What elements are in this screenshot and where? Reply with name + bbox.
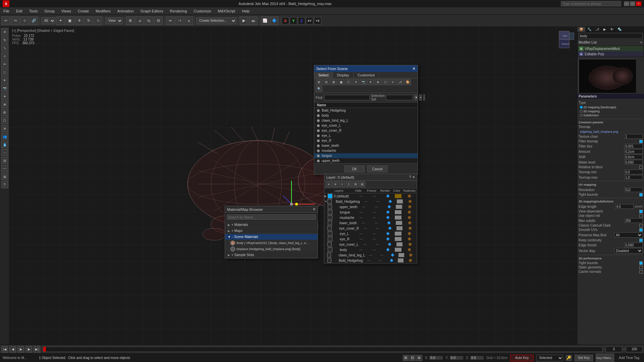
type-2d[interactable]: 2D mapping (landscape) (580, 106, 641, 109)
lt-move[interactable]: ✛ (1, 28, 8, 36)
undo-button[interactable]: ↩ (1, 16, 10, 25)
set-key-button[interactable]: Set Key (575, 355, 593, 361)
dt-color[interactable]: 🎨 (404, 79, 411, 85)
lt-xref[interactable]: ⊞ (1, 173, 8, 180)
smooth-uvs-check[interactable] (639, 228, 643, 232)
edge-length-input[interactable] (615, 204, 634, 209)
next-frame-btn[interactable]: ▶ (25, 346, 32, 353)
select-obj-button[interactable]: ✦ (56, 16, 65, 25)
menu-graph-editors[interactable]: Graph Editors (137, 7, 167, 14)
percent-snap-button[interactable]: % (145, 16, 153, 25)
texmap-max-input[interactable] (624, 175, 643, 180)
texmap-min-input[interactable] (624, 170, 643, 174)
axis-yz-button[interactable]: YZ (314, 17, 321, 24)
max-frame[interactable]: 100 (626, 346, 643, 352)
sel-set-btn[interactable]: ▼ (414, 95, 418, 101)
menu-file[interactable]: File (0, 7, 13, 14)
dt-none[interactable]: ⊟ (323, 79, 330, 85)
layer-move-btn[interactable]: ⇧ (346, 181, 352, 187)
scale-button[interactable]: ⤡ (94, 16, 102, 25)
align-button[interactable]: ⊣ (175, 16, 184, 25)
menu-group[interactable]: Group (41, 7, 58, 14)
list-item-body[interactable]: body (314, 113, 418, 118)
move-button[interactable]: ✛ (75, 16, 84, 25)
rotate-button[interactable]: ↻ (84, 16, 93, 25)
classic-cm-check[interactable] (639, 224, 643, 227)
current-frame[interactable]: 0 (605, 346, 622, 352)
play-btn[interactable]: ▶ (17, 346, 24, 353)
dt-lights[interactable]: ☀ (353, 79, 359, 85)
selected-dropdown[interactable]: Selected (536, 355, 563, 361)
layer-check-default[interactable] (328, 194, 332, 198)
menu-create[interactable]: Create (74, 7, 92, 14)
lt-scale[interactable]: ⤡ (1, 44, 8, 52)
timeline-slider[interactable] (43, 347, 603, 352)
preserve-map-select[interactable]: All (614, 232, 643, 238)
mat-close-btn[interactable]: ✕ (313, 207, 316, 212)
menu-views[interactable]: Views (58, 7, 74, 14)
hierarchy-tab[interactable]: ⎇ (593, 27, 601, 32)
layer-row-mustache[interactable]: ▷ mustache — — 🔷 🔆 (324, 215, 417, 220)
filter-texmap-check[interactable] (639, 140, 643, 143)
water-level-input[interactable] (624, 160, 643, 165)
mirror-button[interactable]: ⇔ (166, 16, 174, 25)
motion-tab[interactable]: ▶ (601, 27, 608, 32)
amount-input[interactable] (624, 149, 643, 154)
utilities-tab[interactable]: 🔩 (615, 27, 624, 32)
layer-row-upper-teeth[interactable]: ▷ upper_teeth — — 🔷 🔆 (324, 204, 417, 209)
layer-settings-btn[interactable]: ⚙ (353, 181, 359, 187)
maximize-button[interactable]: □ (630, 1, 635, 6)
ortho-toggle[interactable]: ⊟ (410, 355, 416, 361)
lt-fluid[interactable]: 💧 (1, 141, 8, 148)
display-tab[interactable]: 👁 (608, 27, 615, 32)
lt-paint[interactable]: ✏ (1, 60, 8, 68)
add-time-tag-btn[interactable]: Add Time Tag (617, 356, 641, 360)
tight-bounds2-check[interactable] (639, 261, 643, 265)
lt-lights[interactable]: ☀ (1, 76, 8, 84)
cat-materials[interactable]: ▶ + Materials (225, 222, 318, 228)
list-item-lower-teeth[interactable]: lower_teeth (314, 143, 418, 148)
layer-close-btn[interactable]: ✕ (412, 175, 415, 179)
spinner-snap-button[interactable]: ⊟ (154, 16, 163, 25)
goto-end-btn[interactable]: ▶| (34, 346, 40, 353)
layer-check-bald[interactable] (327, 199, 332, 204)
list-item-eye-cover-r[interactable]: eye_cover_R (314, 128, 418, 133)
ok-button[interactable]: OK (344, 166, 365, 172)
goto-start-btn[interactable]: |◀ (1, 346, 8, 353)
dt-cameras[interactable]: 📷 (360, 79, 367, 85)
dt-hier[interactable]: ⎇ (397, 79, 404, 85)
layer-help-btn[interactable]: ? (409, 175, 411, 179)
layer-row-eye-l[interactable]: ▷ eye_L — — 🔷 🔆 (324, 231, 417, 236)
dt-invert[interactable]: ⊠ (330, 79, 337, 85)
dt-bones[interactable]: ⬡ (382, 79, 389, 85)
lt-crowd[interactable]: 👥 (1, 133, 8, 140)
filter-blur-input[interactable] (624, 144, 643, 148)
lt-systems[interactable]: ⚙ (1, 109, 8, 116)
cache-normals-check[interactable] (639, 270, 643, 274)
layer-check-upper[interactable] (328, 204, 332, 209)
minimize-button[interactable]: ─ (624, 1, 629, 6)
scene-object-list[interactable]: Bald_Hedgehog body claws_hind_leg_L eye_… (314, 108, 418, 163)
modify-tab[interactable]: 🔧 (585, 27, 593, 32)
use-obj-mtl-check[interactable] (639, 214, 643, 218)
axis-z-button[interactable]: Z (298, 17, 305, 24)
menu-help[interactable]: Help (238, 7, 253, 14)
resolution-input[interactable] (624, 187, 643, 192)
layer-row-tongue[interactable]: ▷ tongue — — 🔷 🔆 (324, 209, 417, 215)
tab-customize[interactable]: Customize (354, 72, 379, 78)
lt-help[interactable]: ? (1, 181, 8, 188)
lt-space[interactable]: ⊕ (1, 101, 8, 108)
create-tab[interactable]: 📦 (577, 27, 585, 32)
menu-rendering[interactable]: Rendering (167, 7, 191, 14)
modifier-editable-poly[interactable]: ■ Editable Poly (578, 51, 643, 57)
lt-bone[interactable]: ⬡ (1, 117, 8, 124)
list-item-bald-hedgehog[interactable]: Bald_Hedgehog (314, 108, 418, 113)
mat-item-displace[interactable]: Displace (Hedgehog_bald_Displace.png) [b… (225, 246, 318, 252)
lt-helpers[interactable]: ✦ (1, 93, 8, 100)
layer-row-eyecover-l[interactable]: ▷ eye_cover_L — — 🔷 🔆 (324, 242, 417, 247)
dt-helpers[interactable]: ✦ (367, 79, 374, 85)
link-button[interactable]: 🔗 (30, 16, 38, 25)
prev-frame-btn[interactable]: ◀ (9, 346, 16, 353)
lt-shapes[interactable]: □ (1, 68, 8, 76)
dt-geo[interactable]: ▣ (338, 79, 344, 85)
